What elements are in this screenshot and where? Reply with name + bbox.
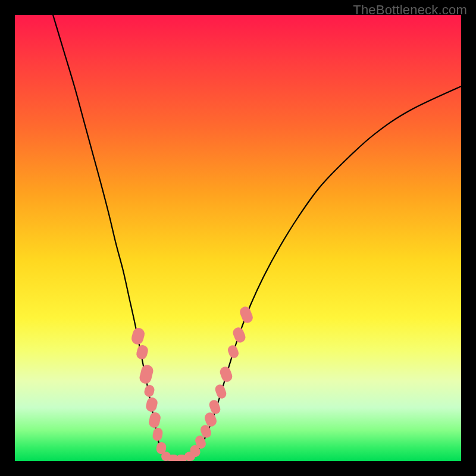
- curve-path: [53, 15, 461, 461]
- bottleneck-curve: [15, 15, 461, 461]
- chart-frame: TheBottleneck.com: [0, 0, 476, 476]
- plot-area: [15, 15, 461, 461]
